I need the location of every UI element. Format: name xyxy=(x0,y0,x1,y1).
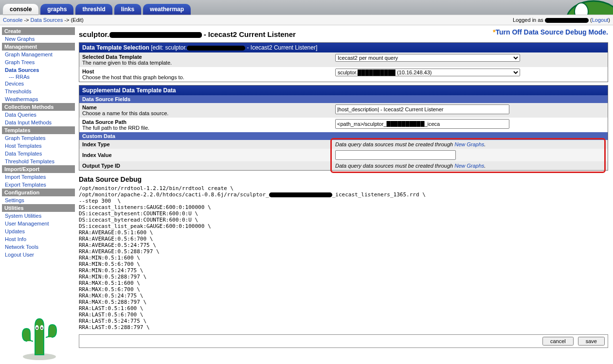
sidebar-item-system-utilities[interactable]: System Utilities xyxy=(2,212,75,220)
sidebar-item-network-tools[interactable]: Network Tools xyxy=(2,243,75,251)
side-section: Utilities xyxy=(2,204,75,212)
input-index-value[interactable] xyxy=(335,150,456,160)
sidebar-item-data-templates[interactable]: Data Templates xyxy=(2,150,75,157)
panel-data-template-selection: Data Template Selection [edit: sculptor.… xyxy=(79,42,608,82)
sidebar-item-user-management[interactable]: User Management xyxy=(2,220,75,227)
sidebar-item-export-templates[interactable]: Export Templates xyxy=(2,181,75,189)
login-status: Logged in as (Logout) xyxy=(513,17,610,23)
side-section: Import/Export xyxy=(2,165,75,173)
side-section: Create xyxy=(2,27,75,35)
sidebar-item-data-input-methods[interactable]: Data Input Methods xyxy=(2,119,75,126)
debug-heading: Data Source Debug xyxy=(79,175,608,183)
save-button[interactable]: save xyxy=(578,337,605,346)
sidebar-item-graph-management[interactable]: Graph Management xyxy=(2,51,75,58)
crumb-datasources[interactable]: Data Sources xyxy=(31,17,63,23)
side-section: Collection Methods xyxy=(2,103,75,111)
sidebar-item-settings[interactable]: Settings xyxy=(2,196,75,204)
side-section: Templates xyxy=(2,126,75,134)
desc-path: The full path to the RRD file. xyxy=(82,125,149,131)
desc-host: Choose the host that this graph belongs … xyxy=(82,74,184,80)
svg-point-4 xyxy=(36,327,37,329)
sidebar: CreateNew GraphsManagementGraph Manageme… xyxy=(0,25,75,260)
sidebar-item-host-templates[interactable]: Host Templates xyxy=(2,142,75,150)
sidebar-item-thresholds[interactable]: Thresholds xyxy=(2,87,75,95)
crumb-edit: (Edit) xyxy=(71,17,83,23)
cactus-mascot xyxy=(18,307,61,362)
input-path[interactable] xyxy=(335,119,509,129)
lbl-path: Data Source Path xyxy=(82,119,335,125)
debug-mode-banner[interactable]: *Turn Off Data Source Debug Mode. xyxy=(493,28,608,36)
side-section: Management xyxy=(2,43,75,51)
sidebar-item-threshold-templates[interactable]: Threshold Templates xyxy=(2,157,75,165)
svg-point-0 xyxy=(567,1,613,15)
sidebar-item-host-info[interactable]: Host Info xyxy=(2,235,75,243)
note-index-type: Data query data sources must be created … xyxy=(335,141,486,147)
sidebar-item-graph-templates[interactable]: Graph Templates xyxy=(2,134,75,142)
tab-graphs[interactable]: graphs xyxy=(40,4,73,15)
sidebar-item-devices[interactable]: Devices xyxy=(2,80,75,87)
desc-selected-template: The name given to this data template. xyxy=(82,60,172,66)
input-name[interactable] xyxy=(335,104,509,114)
cancel-button[interactable]: cancel xyxy=(542,337,574,346)
panel-supplemental: Supplemental Data Template Data Data Sou… xyxy=(79,85,608,171)
debug-output: /opt/monitor/rrdtool-1.2.12/bin/rrdtool … xyxy=(79,185,608,330)
link-new-graphs-2[interactable]: New Graphs xyxy=(454,163,484,169)
note-output-type: Data query data sources must be created … xyxy=(335,163,486,169)
lbl-index-type: Index Type xyxy=(82,141,335,147)
sub-custom-data: Custom Data xyxy=(79,132,608,140)
login-prefix: Logged in as xyxy=(513,17,543,23)
tab-links[interactable]: links xyxy=(114,4,141,15)
lbl-index-value: Index Value xyxy=(82,152,335,158)
tab-threshld[interactable]: threshld xyxy=(75,4,112,15)
mascot-decor xyxy=(555,0,613,15)
tab-console[interactable]: console xyxy=(3,4,38,15)
lbl-selected-template: Selected Data Template xyxy=(82,54,335,60)
logout-link[interactable]: Logout xyxy=(592,17,609,23)
lbl-name: Name xyxy=(82,104,335,110)
svg-point-1 xyxy=(575,3,588,15)
crumb-console[interactable]: Console xyxy=(3,17,22,23)
lbl-output-type-id: Output Type ID xyxy=(82,163,335,169)
sub-data-source-fields: Data Source Fields xyxy=(79,95,608,103)
sidebar-item-new-graphs[interactable]: New Graphs xyxy=(2,35,75,43)
link-new-graphs-1[interactable]: New Graphs xyxy=(454,141,484,147)
redacted-user xyxy=(545,18,589,23)
lbl-host: Host xyxy=(82,69,335,74)
svg-point-6 xyxy=(41,327,42,329)
sidebar-subitem[interactable]: --- RRAs xyxy=(2,74,75,80)
main-content: *Turn Off Data Source Debug Mode. sculpt… xyxy=(75,25,613,364)
desc-name: Choose a name for this data source. xyxy=(82,110,168,116)
breadcrumb: Console -> Data Sources -> (Edit) xyxy=(3,17,84,23)
sidebar-item-data-queries[interactable]: Data Queries xyxy=(2,111,75,119)
sidebar-item-import-templates[interactable]: Import Templates xyxy=(2,173,75,181)
sidebar-item-updates[interactable]: Updates xyxy=(2,227,75,235)
tab-weathermap[interactable]: weathermap xyxy=(143,4,191,15)
top-tab-bar: consolegraphsthreshldlinksweathermap xyxy=(0,0,613,15)
sidebar-item-weathermaps[interactable]: Weathermaps xyxy=(2,95,75,103)
panel1-header: Data Template Selection [edit: sculptor.… xyxy=(79,43,608,52)
panel2-header: Supplemental Data Template Data xyxy=(79,86,608,95)
sidebar-item-logout-user[interactable]: Logout User xyxy=(2,251,75,259)
sidebar-item-graph-trees[interactable]: Graph Trees xyxy=(2,58,75,66)
side-section: Configuration xyxy=(2,189,75,196)
select-host[interactable]: sculptor.██████████ (10.16.248.43) xyxy=(335,69,520,76)
button-row: cancel save xyxy=(79,334,608,348)
select-data-template[interactable]: Icecast2 per mount query xyxy=(335,54,520,62)
sidebar-item-data-sources[interactable]: Data Sources xyxy=(2,66,75,74)
breadcrumb-row: Console -> Data Sources -> (Edit) Logged… xyxy=(0,15,613,25)
